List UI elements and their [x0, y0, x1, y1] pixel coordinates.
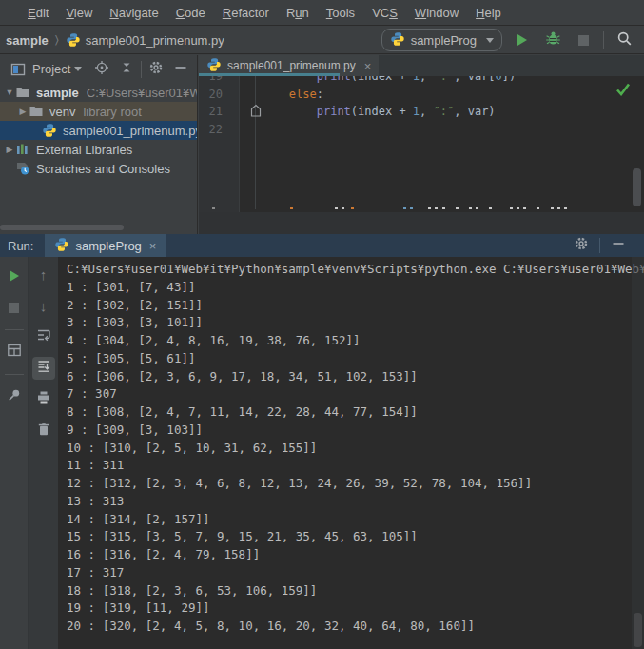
editor-tab-bar: sample001_primenum.py × [199, 55, 644, 76]
console-line: C:¥Users¥user01¥Web¥it¥Python¥sample¥ven… [67, 261, 644, 279]
locate-icon [94, 60, 109, 79]
line-number: 22 [199, 121, 231, 139]
code-editor[interactable]: 19 print(index + 1, ″:″, var[0])20 else:… [199, 76, 644, 212]
console-scrollbar-track[interactable] [632, 257, 644, 649]
tree-row-venv[interactable]: ▶venvlibrary root [0, 102, 197, 121]
toolbar-divider [141, 61, 142, 78]
stop-icon [9, 303, 19, 313]
menu-item-navigate[interactable]: Navigate [101, 0, 166, 26]
pin-icon [7, 387, 22, 406]
python-file-icon [206, 57, 222, 75]
editor-line-21[interactable]: 21 print(index + 1, ″:″, var) [199, 103, 644, 121]
settings-button[interactable] [146, 59, 166, 80]
python-file-icon [390, 31, 405, 49]
tree-row-sample[interactable]: ▼sampleC:¥Users¥user01¥W [0, 83, 197, 102]
run-tab[interactable]: sampleProg × [45, 234, 166, 257]
run-toolbar: sampleProg [381, 29, 644, 51]
console-line: 5 : [305, [5, 61]] [67, 350, 644, 368]
close-icon[interactable]: × [364, 59, 372, 73]
console-line: 8 : [308, [2, 4, 7, 11, 14, 22, 28, 44, … [67, 403, 644, 422]
prev-occurrence-button[interactable]: ↑ [32, 263, 55, 285]
run-configuration-select[interactable]: sampleProg [381, 29, 502, 51]
run-button[interactable] [512, 30, 533, 50]
clipped-code-line [199, 206, 644, 210]
console-scrollbar-thumb[interactable] [634, 613, 642, 647]
console-line: 12 : [312, [2, 3, 4, 6, 8, 12, 13, 24, 2… [67, 475, 644, 493]
menu-item-refactor[interactable]: Refactor [214, 0, 278, 26]
breadcrumb-file[interactable]: sample001_primenum.py [86, 33, 224, 48]
tree-right-arrow-icon[interactable]: ▶ [4, 145, 15, 154]
menu-item-code[interactable]: Code [167, 0, 214, 26]
rerun-button[interactable] [3, 265, 26, 287]
locate-file-button[interactable] [91, 59, 112, 80]
console-line: 6 : [306, [2, 3, 6, 9, 17, 18, 34, 51, 1… [67, 368, 644, 386]
print-button[interactable] [32, 388, 55, 411]
tree-row-sample001-primenum-py[interactable]: sample001_primenum.py [0, 121, 197, 140]
minus-icon [173, 60, 188, 79]
tree-row-external-libraries[interactable]: ▶External Libraries [0, 140, 197, 159]
tree-item-label: sample001_primenum.py [63, 124, 197, 138]
editor-vertical-scrollbar[interactable] [633, 168, 641, 206]
clear-console-button[interactable] [32, 420, 55, 442]
menu-item-vcs[interactable]: VCS [363, 0, 406, 26]
toolbar-divider [5, 374, 24, 375]
restore-layout-button[interactable] [3, 341, 26, 364]
breadcrumb: sample 〉 sample001_primenum.py [0, 32, 381, 48]
stop-process-button[interactable] [3, 296, 26, 319]
breadcrumb-project[interactable]: sample [6, 33, 49, 48]
gear-icon [574, 236, 589, 255]
chevron-down-icon [486, 38, 494, 43]
menu-item-help[interactable]: Help [467, 0, 510, 26]
pin-tab-button[interactable] [3, 385, 26, 408]
menu-item-edit[interactable]: Edit [19, 0, 57, 26]
tree-right-arrow-icon[interactable]: ▶ [17, 107, 29, 116]
console-output[interactable]: C:¥Users¥user01¥Web¥it¥Python¥sample¥ven… [59, 257, 644, 649]
line-number: 20 [199, 86, 231, 104]
editor-area: sample001_primenum.py × 19 print(index +… [199, 55, 644, 234]
project-horizontal-scrollbar[interactable] [0, 225, 124, 230]
menu-item-view[interactable]: View [57, 0, 101, 26]
tree-row-scratches-and-consoles[interactable]: Scratches and Consoles [0, 159, 197, 178]
menu-item-window[interactable]: Window [406, 0, 467, 26]
search-everywhere-button[interactable] [614, 30, 634, 50]
run-panel-title: Run: [0, 239, 45, 253]
run-left-toolbar [0, 257, 29, 649]
run-tab-label: sampleProg [75, 239, 141, 253]
console-line: 11 : 311 [67, 457, 644, 475]
editor-line-19[interactable]: 19 print(index + 1, ″:″, var[0]) [199, 76, 644, 86]
collapse-all-button[interactable] [116, 59, 137, 80]
layout-icon [7, 343, 22, 362]
editor-line-20[interactable]: 20 else: [199, 86, 644, 104]
console-line: 15 : [315, [3, 5, 7, 9, 15, 21, 35, 45, … [67, 528, 644, 546]
gear-icon [148, 60, 164, 79]
bug-icon [545, 30, 561, 50]
tree-down-arrow-icon[interactable]: ▼ [4, 88, 15, 97]
printer-icon [36, 390, 51, 409]
collapse-all-icon [119, 60, 134, 79]
menu-item-tools[interactable]: Tools [318, 0, 363, 26]
project-panel-title[interactable]: Project [32, 62, 82, 76]
soft-wrap-button[interactable] [32, 325, 55, 348]
inspections-ok-check-icon[interactable] [615, 83, 631, 100]
next-occurrence-button[interactable]: ↓ [32, 294, 55, 317]
console-line: 7 : 307 [67, 385, 644, 403]
editor-line-22[interactable]: 22 [199, 121, 644, 139]
debug-button[interactable] [542, 30, 563, 50]
toolbar-divider [5, 329, 24, 330]
stop-button[interactable] [573, 30, 594, 50]
console-line: 20 : [320, [2, 4, 5, 8, 10, 16, 20, 32, … [67, 618, 644, 636]
scroll-to-end-button[interactable] [32, 357, 55, 380]
toolbar-divider [599, 238, 600, 253]
stop-icon [578, 35, 589, 46]
fold-marker-icon[interactable] [250, 104, 262, 121]
line-number: 21 [199, 103, 231, 121]
hide-run-panel-button[interactable] [608, 235, 629, 256]
tree-item-label: Scratches and Consoles [36, 162, 170, 176]
close-icon[interactable]: × [149, 239, 157, 253]
minus-icon [611, 236, 626, 255]
console-line: 13 : 313 [67, 493, 644, 511]
hide-panel-button[interactable] [170, 59, 191, 80]
menu-item-run[interactable]: Run [278, 0, 318, 26]
run-settings-button[interactable] [571, 235, 592, 256]
play-icon [10, 270, 19, 282]
